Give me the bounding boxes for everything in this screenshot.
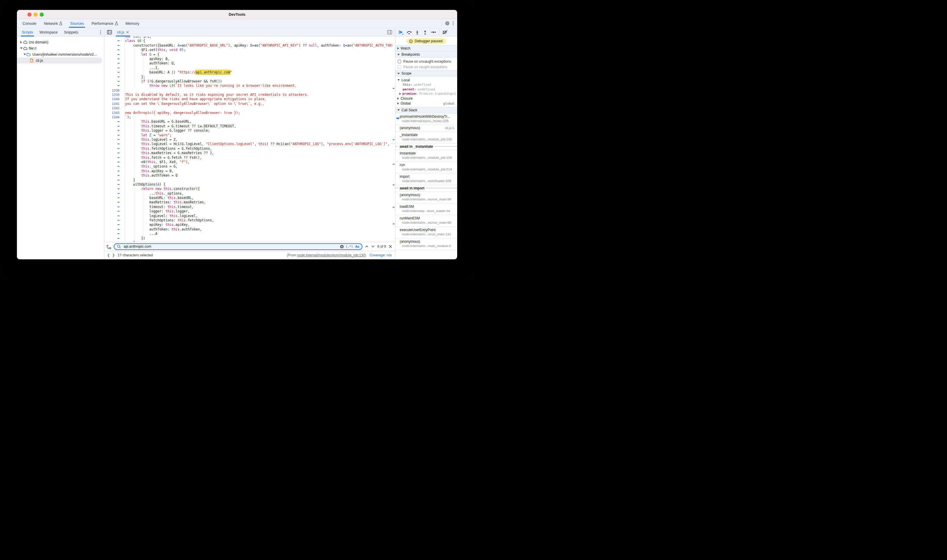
section-callstack[interactable]: Call Stack	[395, 107, 457, 113]
sidebar-tab-workspace[interactable]: Workspace	[36, 28, 61, 37]
gutter-line[interactable]	[104, 196, 120, 200]
gutter-line[interactable]	[104, 43, 120, 48]
close-search-icon[interactable]	[389, 245, 392, 248]
callstack-frame[interactable]: runMainESMnode:internal/m...es/run_main:…	[395, 215, 457, 227]
match-case-toggle[interactable]: Aa	[355, 245, 359, 248]
gutter-line[interactable]	[104, 232, 120, 236]
gutter-line[interactable]	[104, 66, 120, 70]
gutter-line[interactable]	[104, 133, 120, 137]
gutter-line[interactable]	[104, 151, 120, 155]
tab-sources[interactable]: Sources	[66, 19, 88, 28]
pause-uncaught-label[interactable]: Pause on uncaught exceptions	[403, 60, 451, 63]
gutter-line[interactable]	[104, 48, 120, 52]
coverage-link[interactable]: Coverage: n/a	[370, 253, 392, 257]
tree-item-users-jinhuilee-nvm-versions-node-v2-[interactable]: Users/jinhuilee/.nvm/versions/node/v2...	[17, 51, 102, 57]
tab-memory[interactable]: Memory	[122, 19, 143, 28]
scope-variable-this[interactable]: this:undefined	[395, 83, 457, 87]
gutter-line[interactable]	[104, 52, 120, 57]
callstack-frame[interactable]: (anonymous)node:internal/m...es/run_main…	[395, 192, 457, 203]
gutter-line[interactable]	[104, 124, 120, 129]
pause-caught-label[interactable]: Pause on caught exceptions	[403, 65, 447, 69]
gutter-line[interactable]	[104, 79, 120, 84]
callstack-frame[interactable]: (anonymous)cli.js:1	[395, 125, 457, 132]
kebab-menu-icon[interactable]	[452, 21, 453, 26]
resume-script-button[interactable]	[398, 30, 403, 35]
gutter-line[interactable]	[104, 173, 120, 178]
callstack-frame[interactable]: instantiatenode:internal/m...module_job:…	[395, 150, 457, 162]
gutter-line[interactable]	[104, 37, 120, 39]
step-out-button[interactable]	[423, 30, 427, 35]
source-origin-link[interactable]: node:internal/modules/esm/module_job:130	[297, 253, 365, 257]
tree-item-cli-js[interactable]: cli.js	[17, 57, 102, 63]
gutter-line[interactable]	[104, 187, 120, 191]
pretty-print-button[interactable]: { }	[107, 253, 115, 258]
gutter-line[interactable]	[104, 61, 120, 66]
tab-network[interactable]: Network	[40, 19, 66, 28]
gutter-line[interactable]	[104, 214, 120, 218]
gear-icon[interactable]	[445, 21, 450, 26]
tab-performance[interactable]: Performance	[88, 19, 122, 28]
gutter-line[interactable]	[104, 223, 120, 227]
sidebar-tab-snippets[interactable]: Snippets	[61, 28, 82, 37]
gutter-line[interactable]: 1342	[104, 106, 120, 111]
gutter-line[interactable]	[104, 75, 120, 79]
section-breakpoints[interactable]: Breakpoints	[395, 51, 457, 58]
callstack-frame[interactable]: promiseInitHookWithDestroyTr...node:inte…	[395, 113, 457, 125]
previous-match-icon[interactable]	[365, 245, 369, 248]
gutter-line[interactable]	[104, 191, 120, 196]
gutter-line[interactable]	[104, 209, 120, 214]
callstack-frame[interactable]: _instantiatenode:internal/m...module_job…	[395, 132, 457, 143]
tree-item-file-[interactable]: file://	[17, 45, 102, 51]
gutter-line[interactable]	[104, 160, 120, 164]
callstack-frame[interactable]: loadESMnode:internal/p.../esm_loader:34	[395, 203, 457, 215]
gutter-line[interactable]	[104, 205, 120, 209]
gutter-line[interactable]: 1339	[104, 93, 120, 97]
navigator-more-icon[interactable]	[97, 28, 104, 37]
step-button[interactable]	[430, 31, 436, 34]
gutter-line[interactable]	[104, 84, 120, 88]
scope-variable-parent[interactable]: parent:undefined	[395, 87, 457, 92]
callstack-frame[interactable]: runnode:internal/m...module_job:214	[395, 162, 457, 173]
gutter-line[interactable]	[104, 218, 120, 223]
section-scope[interactable]: Scope	[395, 70, 457, 77]
deactivate-breakpoints-button[interactable]	[443, 30, 447, 34]
code-editor[interactable]: 1338133913401341134213431344 var Xs0, $F…	[104, 37, 395, 242]
line-number-gutter[interactable]: 1338133913401341134213431344	[104, 37, 125, 242]
tab-console[interactable]: Console	[19, 19, 40, 28]
gutter-line[interactable]: 1340	[104, 97, 120, 102]
gutter-line[interactable]	[104, 57, 120, 61]
next-match-icon[interactable]	[371, 245, 375, 248]
gutter-line[interactable]	[104, 236, 120, 241]
hide-debugger-panel-icon[interactable]	[384, 28, 395, 37]
scope-variable-promise[interactable]: promise:Promise {<pending>}	[395, 91, 457, 96]
editor-tab-clijs[interactable]: cli.js	[114, 28, 131, 37]
section-watch[interactable]: Watch	[395, 45, 457, 52]
regex-toggle[interactable]: (.*)	[346, 245, 353, 248]
tree-item--no-domain-[interactable]: (no domain)	[17, 39, 102, 45]
gutter-line[interactable]	[104, 70, 120, 75]
gutter-line[interactable]	[104, 241, 120, 242]
scope-group-closure[interactable]: Closure	[395, 96, 457, 101]
hide-navigator-panel-icon[interactable]	[104, 28, 114, 37]
gutter-line[interactable]	[104, 137, 120, 142]
gutter-line[interactable]	[104, 142, 120, 146]
scope-group-local[interactable]: Local	[395, 77, 457, 83]
gutter-line[interactable]	[104, 182, 120, 187]
gutter-line[interactable]	[104, 129, 120, 133]
gutter-line[interactable]	[104, 169, 120, 173]
gutter-line[interactable]	[104, 146, 120, 151]
clear-search-icon[interactable]	[340, 245, 344, 249]
gutter-line[interactable]	[104, 39, 120, 43]
gutter-line[interactable]	[104, 155, 120, 160]
gutter-line[interactable]: 1341	[104, 102, 120, 106]
pause-uncaught-checkbox[interactable]	[398, 60, 401, 63]
gutter-line[interactable]	[104, 120, 120, 124]
gutter-line[interactable]: 1338	[104, 88, 120, 93]
callstack-frame[interactable]: importnode:internal/m...esm/loader:329	[395, 173, 457, 185]
gutter-line[interactable]: 1343	[104, 111, 120, 115]
gutter-line[interactable]: 1344	[104, 115, 120, 120]
pause-caught-checkbox[interactable]	[398, 65, 401, 69]
gutter-line[interactable]	[104, 227, 120, 232]
sidebar-tab-scripts[interactable]: Scripts	[19, 28, 36, 37]
callstack-frame[interactable]: executeUserEntryPointnode:internal/m...s…	[395, 227, 457, 238]
